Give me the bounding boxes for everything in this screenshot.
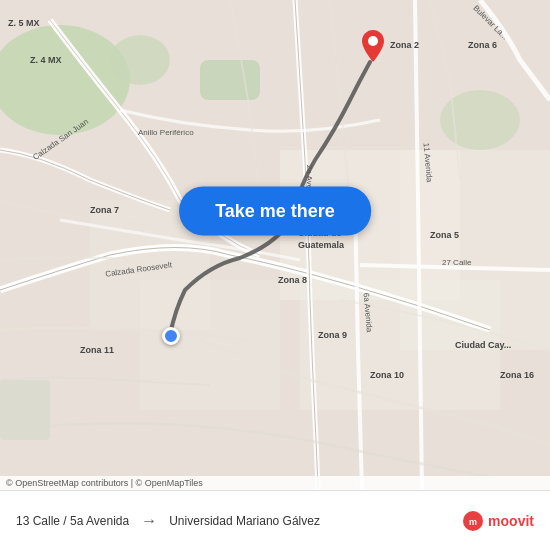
zone-label-zona11: Zona 11: [80, 345, 114, 355]
moovit-icon: m: [462, 510, 484, 532]
zone-label-z5mx: Z. 5 MX: [8, 18, 40, 28]
map-container[interactable]: Z. 5 MX Z. 4 MX Zona 2 Zona 6 Zona 5 Zon…: [0, 0, 550, 490]
svg-text:m: m: [469, 517, 477, 527]
zone-label-zona2: Zona 2: [390, 40, 419, 50]
map-svg: [0, 0, 550, 490]
svg-rect-10: [400, 150, 550, 350]
zone-label-z4mx: Z. 4 MX: [30, 55, 62, 65]
svg-rect-3: [200, 60, 260, 100]
zone-label-zona10: Zona 10: [370, 370, 404, 380]
moovit-label: moovit: [488, 513, 534, 529]
zone-label-zona9: Zona 9: [318, 330, 347, 340]
moovit-logo: m moovit: [462, 510, 534, 532]
svg-rect-5: [0, 380, 50, 440]
road-label-anillo-periferico: Anillo Periférico: [138, 128, 194, 137]
zone-label-ciudad-cay: Ciudad Cay...: [455, 340, 511, 350]
destination-pin: [362, 30, 384, 58]
footer-arrow: →: [141, 512, 157, 530]
map-attribution: © OpenStreetMap contributors | © OpenMap…: [0, 476, 550, 490]
origin-pin: [162, 327, 180, 345]
zone-label-zona8: Zona 8: [278, 275, 307, 285]
footer-from: 13 Calle / 5a Avenida: [16, 514, 129, 528]
road-label-27-calle: 27 Calle: [442, 258, 471, 267]
zone-label-zona6: Zona 6: [468, 40, 497, 50]
zone-label-zona7: Zona 7: [90, 205, 119, 215]
svg-point-11: [368, 36, 378, 46]
take-me-there-button[interactable]: Take me there: [179, 186, 371, 235]
footer: 13 Calle / 5a Avenida → Universidad Mari…: [0, 490, 550, 550]
footer-to: Universidad Mariano Gálvez: [169, 514, 320, 528]
zone-label-zona5: Zona 5: [430, 230, 459, 240]
svg-point-2: [110, 35, 170, 85]
zone-label-zona16: Zona 16: [500, 370, 534, 380]
